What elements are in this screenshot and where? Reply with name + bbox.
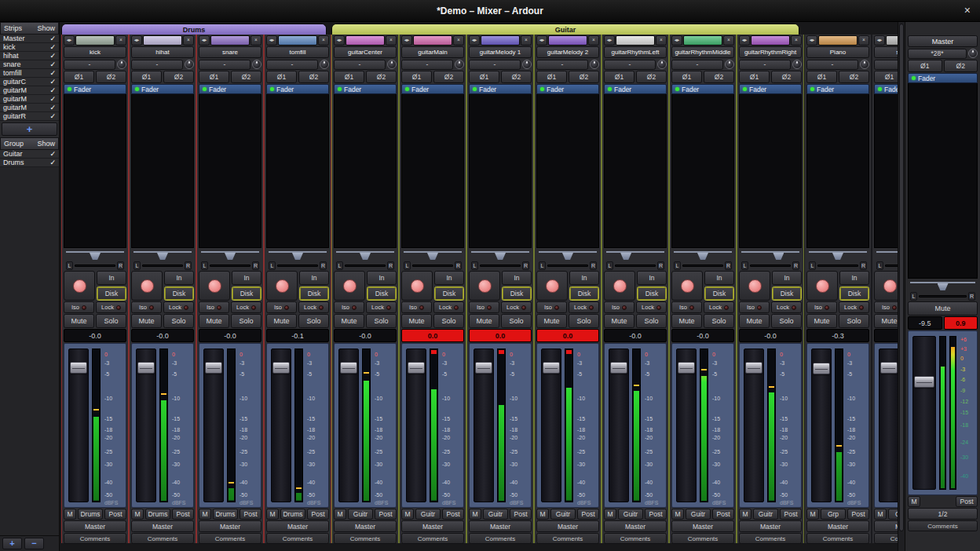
record-enable-button[interactable]	[536, 271, 568, 301]
phase-2-button[interactable]: Ø2	[771, 71, 802, 83]
strip-list-item[interactable]: hihat✓	[0, 52, 59, 60]
strip-hide-button[interactable]: ×	[318, 35, 329, 46]
monitor-input-button[interactable]: In	[569, 271, 599, 285]
group-button[interactable]: Guitr	[415, 509, 441, 520]
check-icon[interactable]: ✓	[49, 35, 56, 42]
strip-hide-button[interactable]: ×	[588, 35, 599, 46]
gain-display[interactable]: -0.0	[671, 329, 734, 342]
pan-handle[interactable]	[157, 253, 168, 260]
monitor-disk-button[interactable]: Disk	[502, 286, 532, 301]
fader[interactable]	[474, 348, 494, 502]
solo-iso-button[interactable]: Iso	[739, 301, 770, 313]
gain-display[interactable]: -0.0	[739, 329, 802, 342]
gain-display[interactable]: 0.0	[401, 329, 464, 342]
fader[interactable]	[271, 348, 291, 502]
gain-display[interactable]: -0.1	[266, 329, 329, 342]
solo-lock-button[interactable]: Lock	[96, 301, 126, 313]
strip-name-button[interactable]: snare	[199, 46, 261, 58]
strip-hide-button[interactable]: ×	[115, 35, 126, 46]
phase-1-button[interactable]: Ø1	[131, 71, 162, 83]
group-button[interactable]: Guitr	[348, 509, 373, 520]
monitor-disk-button[interactable]: Disk	[637, 286, 667, 301]
processor-box[interactable]	[671, 94, 734, 248]
solo-iso-button[interactable]: Iso	[469, 301, 499, 313]
check-icon[interactable]: ✓	[49, 52, 56, 60]
pan-track[interactable]	[404, 251, 462, 261]
strip-width-button[interactable]: ◂▸	[469, 35, 480, 46]
solo-button[interactable]: Solo	[163, 314, 194, 328]
strip-width-button[interactable]: ◂▸	[671, 35, 682, 46]
phase-1-button[interactable]: Ø1	[908, 60, 942, 72]
output-button[interactable]: Master	[64, 520, 126, 532]
comments-button[interactable]: Comments	[401, 533, 464, 544]
pan-handle[interactable]	[90, 253, 101, 260]
processor-box[interactable]	[199, 94, 261, 248]
strip-width-button[interactable]: ◂▸	[199, 35, 210, 46]
check-icon[interactable]: ✓	[49, 159, 56, 166]
strip-width-button[interactable]: ◂▸	[739, 35, 750, 46]
metering-post-button[interactable]: Post	[240, 509, 261, 520]
check-icon[interactable]: ✓	[49, 78, 56, 86]
input-button[interactable]: -	[64, 60, 115, 70]
solo-lock-button[interactable]: Lock	[569, 301, 599, 313]
comments-button[interactable]: Comments	[536, 533, 599, 544]
input-button[interactable]: -	[131, 60, 183, 70]
pan-track[interactable]	[471, 251, 529, 261]
phase-1-button[interactable]: Ø1	[266, 71, 297, 83]
phase-1-button[interactable]: Ø1	[536, 71, 567, 83]
fader[interactable]	[811, 348, 832, 502]
strip-list-item[interactable]: guitarM✓	[0, 104, 59, 112]
comments-button[interactable]: Comments	[671, 533, 734, 544]
mute-button[interactable]: Mute	[739, 314, 770, 328]
pan-track[interactable]	[741, 251, 799, 261]
strip-color-bar[interactable]	[346, 35, 385, 46]
phase-2-button[interactable]: Ø2	[944, 60, 978, 72]
fader[interactable]	[744, 348, 764, 502]
comments-button[interactable]: Comments	[604, 533, 667, 544]
check-icon[interactable]: ✓	[49, 95, 56, 103]
pan-control[interactable]: L R	[908, 279, 978, 301]
solo-iso-button[interactable]: Iso	[131, 301, 162, 313]
fader-processor[interactable]: Fader	[536, 84, 599, 94]
monitor-disk-button[interactable]: Disk	[704, 286, 734, 301]
group-button[interactable]: Grp	[821, 509, 846, 520]
solo-iso-button[interactable]: Iso	[671, 301, 702, 313]
mute-button[interactable]: Mute	[469, 314, 499, 328]
pan-control[interactable]: L R	[739, 249, 802, 270]
metering-post-button[interactable]: Post	[104, 509, 126, 520]
fader-handle[interactable]	[70, 362, 87, 374]
phase-1-button[interactable]: Ø1	[739, 71, 770, 83]
record-enable-button[interactable]	[64, 271, 95, 301]
fader-processor[interactable]: Fader	[401, 84, 464, 94]
trim-knob[interactable]	[387, 60, 397, 69]
trim-knob[interactable]	[590, 60, 599, 69]
master-io-button[interactable]: *28*	[908, 49, 967, 59]
comments-button[interactable]: Comments	[199, 533, 261, 544]
pan-handle[interactable]	[292, 253, 303, 260]
comments-button[interactable]: Comments	[334, 533, 397, 544]
monitor-input-button[interactable]: In	[772, 271, 802, 285]
phase-1-button[interactable]: Ø1	[469, 71, 499, 83]
monitor-input-button[interactable]: In	[637, 271, 667, 285]
monitor-input-button[interactable]: In	[502, 271, 532, 285]
phase-1-button[interactable]: Ø1	[806, 71, 837, 83]
input-button[interactable]: -	[806, 60, 858, 70]
solo-lock-button[interactable]: Lock	[231, 301, 261, 313]
pan-control[interactable]: L R	[266, 249, 329, 270]
processor-box[interactable]	[266, 94, 329, 248]
strip-width-button[interactable]: ◂▸	[604, 35, 615, 46]
pan-handle[interactable]	[562, 253, 573, 260]
group-tab[interactable]: Drums	[61, 24, 327, 35]
strip-name-button[interactable]: guitarCenter	[334, 46, 397, 58]
comments-button[interactable]: Comments	[908, 520, 978, 531]
gain-display[interactable]: -0.0	[64, 329, 126, 342]
mute-button[interactable]: Mute	[266, 314, 297, 328]
fader-processor[interactable]: Fader	[806, 84, 869, 94]
strip-name-button[interactable]: guitarMain	[401, 46, 464, 58]
metering-point-button[interactable]: M	[908, 496, 920, 507]
group-button[interactable]: Guitr	[686, 509, 711, 520]
trim-knob[interactable]	[117, 60, 126, 69]
pan-handle[interactable]	[938, 283, 949, 290]
fader[interactable]	[879, 348, 899, 502]
mute-button[interactable]: Mute	[131, 314, 162, 328]
